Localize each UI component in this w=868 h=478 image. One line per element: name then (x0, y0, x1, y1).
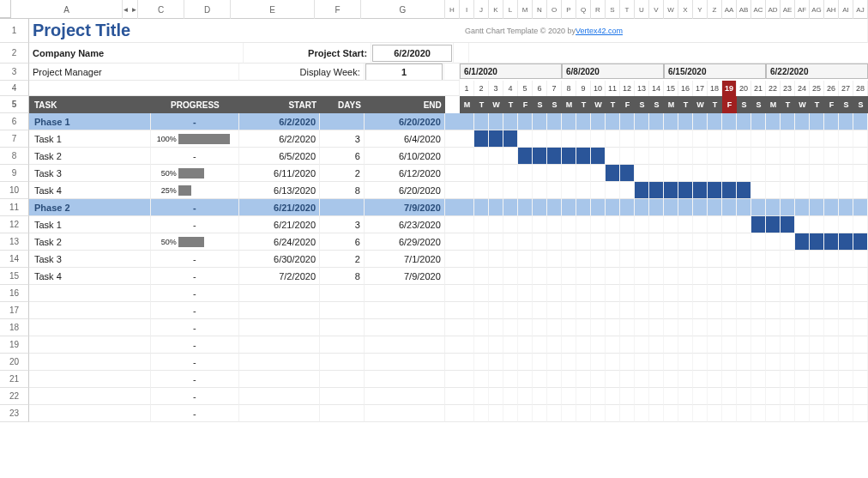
gantt-cell[interactable] (853, 285, 868, 302)
gantt-cell[interactable] (620, 182, 635, 199)
day-number[interactable]: 2 (474, 81, 489, 96)
days-cell[interactable] (320, 371, 365, 388)
gantt-cell[interactable] (620, 199, 635, 216)
gantt-cell[interactable] (751, 319, 766, 336)
gantt-cell[interactable] (853, 148, 868, 165)
gantt-cell[interactable] (533, 405, 547, 422)
gantt-cell[interactable] (591, 405, 606, 422)
progress-cell[interactable]: - (151, 302, 239, 319)
gantt-cell[interactable] (547, 130, 562, 148)
gantt-cell[interactable] (824, 165, 839, 182)
gantt-cell[interactable] (824, 251, 839, 268)
gantt-cell[interactable] (781, 388, 795, 405)
column-header[interactable]: L (503, 0, 518, 19)
gantt-cell[interactable] (722, 388, 737, 405)
gantt-cell[interactable] (722, 199, 737, 216)
column-header[interactable]: G (361, 0, 445, 19)
start-cell[interactable]: 6/21/2020 (239, 216, 320, 233)
attribution-link[interactable]: Vertex42.com (576, 27, 623, 35)
gantt-cell[interactable] (503, 336, 518, 354)
gantt-cell[interactable] (649, 354, 664, 371)
gantt-cell[interactable] (810, 302, 824, 319)
start-cell[interactable] (239, 388, 320, 405)
progress-cell[interactable]: 50% (151, 233, 239, 251)
start-cell[interactable]: 6/30/2020 (239, 251, 320, 268)
row-header[interactable]: 17 (0, 302, 29, 319)
gantt-cell[interactable] (664, 148, 678, 165)
gantt-cell[interactable] (591, 216, 606, 233)
gantt-cell[interactable] (737, 199, 751, 216)
gantt-cell[interactable] (606, 233, 620, 251)
start-cell[interactable]: 6/21/2020 (239, 199, 320, 216)
row-header[interactable]: 7 (0, 130, 29, 148)
gantt-cell[interactable] (474, 336, 489, 354)
gantt-cell[interactable] (518, 251, 533, 268)
gantt-cell[interactable] (649, 371, 664, 388)
gantt-cell[interactable] (781, 113, 795, 130)
row-header[interactable]: 2 (0, 43, 29, 64)
end-cell[interactable] (365, 371, 445, 388)
end-cell[interactable] (365, 302, 445, 319)
gantt-cell[interactable] (781, 148, 795, 165)
gantt-cell[interactable] (853, 371, 868, 388)
gantt-cell[interactable] (737, 113, 751, 130)
gantt-cell[interactable] (853, 216, 868, 233)
gantt-cell[interactable] (460, 216, 474, 233)
gantt-cell[interactable] (474, 319, 489, 336)
gantt-cell[interactable] (620, 319, 635, 336)
day-number[interactable]: 1 (460, 81, 474, 96)
days-cell[interactable]: 2 (320, 251, 365, 268)
gantt-cell[interactable] (503, 130, 518, 148)
gantt-cell[interactable] (795, 199, 810, 216)
gantt-cell[interactable] (664, 130, 678, 148)
gantt-cell[interactable] (649, 182, 664, 199)
gantt-cell[interactable] (664, 165, 678, 182)
gantt-cell[interactable] (474, 285, 489, 302)
task-name-cell[interactable]: Task 4 (29, 268, 151, 285)
gantt-cell[interactable] (635, 302, 649, 319)
gantt-cell[interactable] (766, 148, 781, 165)
gantt-cell[interactable] (795, 113, 810, 130)
gantt-cell[interactable] (781, 319, 795, 336)
gantt-cell[interactable] (635, 371, 649, 388)
gantt-cell[interactable] (518, 388, 533, 405)
gantt-cell[interactable] (562, 354, 576, 371)
gantt-cell[interactable] (489, 233, 503, 251)
gantt-cell[interactable] (810, 268, 824, 285)
gantt-cell[interactable] (460, 113, 474, 130)
gantt-cell[interactable] (824, 113, 839, 130)
gantt-cell[interactable] (576, 268, 591, 285)
gantt-cell[interactable] (678, 285, 693, 302)
gantt-cell[interactable] (591, 285, 606, 302)
title-cell[interactable]: Project Title (29, 19, 461, 43)
progress-cell[interactable]: 100% (151, 130, 239, 148)
gantt-cell[interactable] (649, 130, 664, 148)
gantt-cell[interactable] (518, 130, 533, 148)
gantt-cell[interactable] (460, 182, 474, 199)
gantt-cell[interactable] (533, 216, 547, 233)
gantt-cell[interactable] (781, 336, 795, 354)
gantt-cell[interactable] (824, 130, 839, 148)
gantt-cell[interactable] (766, 216, 781, 233)
gantt-cell[interactable] (678, 319, 693, 336)
gantt-cell[interactable] (547, 405, 562, 422)
gantt-cell[interactable] (853, 233, 868, 251)
column-header[interactable]: Y (693, 0, 708, 19)
chevron-right-icon[interactable]: ► (131, 6, 138, 14)
gantt-cell[interactable] (853, 182, 868, 199)
column-header[interactable]: AD (766, 0, 781, 19)
gantt-cell[interactable] (606, 148, 620, 165)
end-cell[interactable] (365, 354, 445, 371)
project-start-value-cell[interactable]: 6/2/2020 (371, 43, 454, 64)
gantt-cell[interactable] (781, 251, 795, 268)
gantt-cell[interactable] (737, 182, 751, 199)
gantt-cell[interactable] (751, 199, 766, 216)
gantt-cell[interactable] (795, 148, 810, 165)
gantt-cell[interactable] (853, 113, 868, 130)
gantt-cell[interactable] (489, 354, 503, 371)
column-header[interactable]: D (184, 0, 231, 19)
gantt-cell[interactable] (620, 285, 635, 302)
gantt-cell[interactable] (576, 113, 591, 130)
gantt-cell[interactable] (547, 336, 562, 354)
gantt-cell[interactable] (576, 130, 591, 148)
